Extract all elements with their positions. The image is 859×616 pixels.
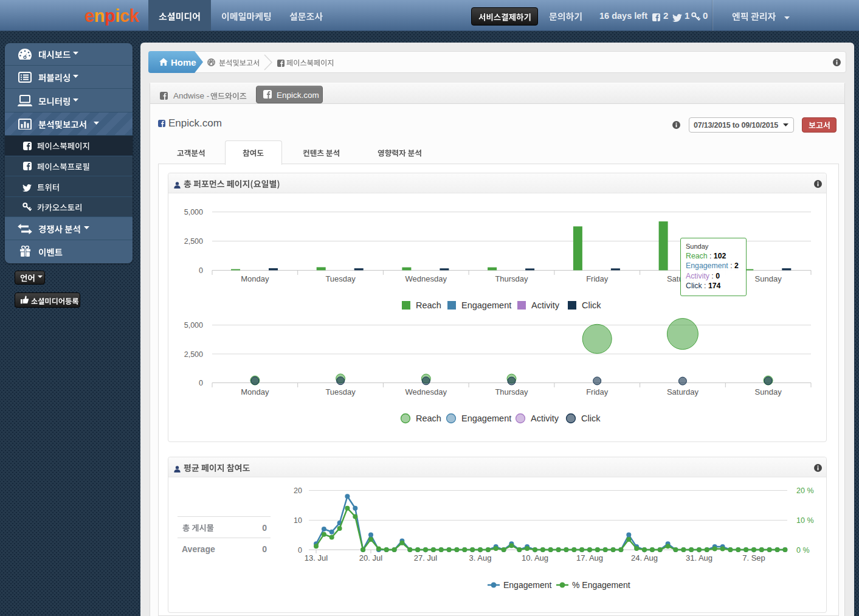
svg-text:Reach: Reach bbox=[416, 413, 441, 423]
svg-text:Reach: Reach bbox=[416, 300, 441, 310]
svg-text:Click: Click bbox=[581, 413, 601, 423]
svg-text:17. Aug: 17. Aug bbox=[576, 553, 603, 562]
svg-text:3. Aug: 3. Aug bbox=[469, 553, 492, 562]
svg-text:Wednesday: Wednesday bbox=[405, 274, 447, 283]
svg-text:Thursday: Thursday bbox=[495, 274, 528, 283]
svg-text:10: 10 bbox=[294, 516, 302, 525]
svg-text:20: 20 bbox=[294, 486, 302, 495]
svg-text:0: 0 bbox=[298, 546, 302, 555]
svg-text:Tuesday: Tuesday bbox=[325, 274, 356, 283]
svg-text:13. Jul: 13. Jul bbox=[305, 553, 328, 562]
svg-text:Click: Click bbox=[582, 300, 601, 310]
svg-text:Monday: Monday bbox=[241, 274, 269, 283]
svg-text:Engagement: Engagement bbox=[461, 413, 511, 423]
svg-text:Monday: Monday bbox=[241, 387, 269, 396]
svg-text:0: 0 bbox=[199, 379, 203, 387]
svg-text:Activity: Activity bbox=[531, 300, 560, 310]
svg-text:Engagement: Engagement bbox=[461, 300, 511, 310]
svg-text:20 %: 20 % bbox=[796, 486, 814, 495]
svg-text:Friday: Friday bbox=[586, 387, 609, 396]
svg-text:7. Sep: 7. Sep bbox=[742, 553, 765, 562]
svg-text:Wednesday: Wednesday bbox=[405, 387, 447, 396]
svg-text:% Engagement: % Engagement bbox=[572, 580, 630, 590]
svg-text:Thursday: Thursday bbox=[495, 387, 528, 396]
svg-text:2,500: 2,500 bbox=[184, 237, 203, 246]
svg-text:5,000: 5,000 bbox=[184, 321, 203, 330]
svg-text:20. Jul: 20. Jul bbox=[359, 553, 382, 562]
svg-text:31. Aug: 31. Aug bbox=[686, 553, 712, 562]
svg-text:10. Aug: 10. Aug bbox=[522, 553, 548, 562]
svg-text:Friday: Friday bbox=[586, 274, 609, 283]
svg-text:24. Aug: 24. Aug bbox=[631, 553, 658, 562]
svg-text:Engagement: Engagement bbox=[503, 580, 552, 590]
svg-text:27. Jul: 27. Jul bbox=[414, 553, 437, 562]
svg-text:Sunday: Sunday bbox=[755, 274, 782, 283]
svg-text:0: 0 bbox=[199, 266, 203, 275]
svg-text:2,500: 2,500 bbox=[184, 350, 203, 358]
svg-text:10 %: 10 % bbox=[796, 516, 814, 525]
svg-text:Saturday: Saturday bbox=[667, 387, 699, 396]
svg-text:0 %: 0 % bbox=[796, 546, 810, 555]
svg-text:5,000: 5,000 bbox=[184, 208, 203, 216]
svg-text:Tuesday: Tuesday bbox=[325, 387, 356, 396]
svg-text:Sunday: Sunday bbox=[755, 387, 782, 396]
svg-text:Activity: Activity bbox=[531, 413, 559, 423]
